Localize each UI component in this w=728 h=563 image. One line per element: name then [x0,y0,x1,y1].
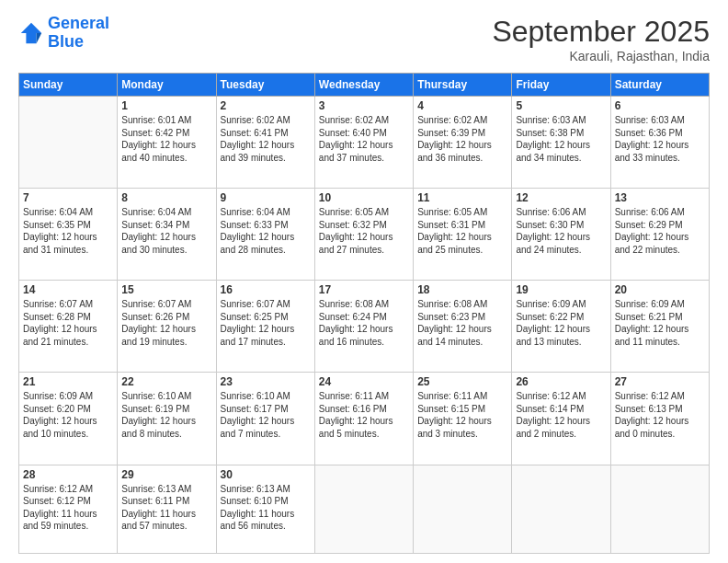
calendar-cell: 14Sunrise: 6:07 AM Sunset: 6:28 PM Dayli… [19,281,118,373]
day-info: Sunrise: 6:05 AM Sunset: 6:32 PM Dayligh… [319,206,409,256]
weekday-header-friday: Friday [512,74,610,97]
calendar-cell: 6Sunrise: 6:03 AM Sunset: 6:36 PM Daylig… [610,97,709,189]
calendar-cell: 12Sunrise: 6:06 AM Sunset: 6:30 PM Dayli… [512,189,610,281]
calendar-cell: 13Sunrise: 6:06 AM Sunset: 6:29 PM Dayli… [610,189,709,281]
day-info: Sunrise: 6:02 AM Sunset: 6:40 PM Dayligh… [319,114,409,164]
calendar-cell: 23Sunrise: 6:10 AM Sunset: 6:17 PM Dayli… [216,373,314,465]
day-number: 27 [615,375,705,388]
calendar-cell: 19Sunrise: 6:09 AM Sunset: 6:22 PM Dayli… [512,281,610,373]
calendar-week-1: 1Sunrise: 6:01 AM Sunset: 6:42 PM Daylig… [19,97,710,189]
header: General Blue September 2025 Karauli, Raj… [18,15,710,63]
logo-icon [18,20,44,46]
day-info: Sunrise: 6:05 AM Sunset: 6:31 PM Dayligh… [417,206,507,256]
calendar-cell [512,465,610,553]
day-number: 5 [516,99,606,112]
day-number: 17 [319,283,409,296]
day-number: 8 [121,191,211,204]
day-number: 15 [121,283,211,296]
calendar-cell: 24Sunrise: 6:11 AM Sunset: 6:16 PM Dayli… [314,373,413,465]
calendar-cell: 16Sunrise: 6:07 AM Sunset: 6:25 PM Dayli… [216,281,314,373]
logo: General Blue [18,15,109,52]
logo-text: General Blue [48,15,109,52]
calendar-cell: 17Sunrise: 6:08 AM Sunset: 6:24 PM Dayli… [314,281,413,373]
day-info: Sunrise: 6:09 AM Sunset: 6:22 PM Dayligh… [516,298,606,348]
day-info: Sunrise: 6:07 AM Sunset: 6:25 PM Dayligh… [221,298,311,348]
day-info: Sunrise: 6:09 AM Sunset: 6:20 PM Dayligh… [23,390,113,440]
day-info: Sunrise: 6:07 AM Sunset: 6:26 PM Dayligh… [121,298,211,348]
calendar-cell: 21Sunrise: 6:09 AM Sunset: 6:20 PM Dayli… [19,373,118,465]
day-info: Sunrise: 6:12 AM Sunset: 6:13 PM Dayligh… [615,390,705,440]
day-number: 2 [221,99,311,112]
day-info: Sunrise: 6:04 AM Sunset: 6:35 PM Dayligh… [23,206,113,256]
day-number: 30 [221,468,311,481]
day-info: Sunrise: 6:02 AM Sunset: 6:39 PM Dayligh… [417,114,507,164]
logo-blue: Blue [48,32,84,51]
calendar-week-2: 7Sunrise: 6:04 AM Sunset: 6:35 PM Daylig… [19,189,710,281]
day-number: 26 [516,375,606,388]
calendar-cell [19,97,118,189]
day-info: Sunrise: 6:03 AM Sunset: 6:38 PM Dayligh… [516,114,606,164]
calendar-cell: 4Sunrise: 6:02 AM Sunset: 6:39 PM Daylig… [414,97,512,189]
day-info: Sunrise: 6:02 AM Sunset: 6:41 PM Dayligh… [221,114,311,164]
month-title: September 2025 [492,15,710,49]
day-info: Sunrise: 6:09 AM Sunset: 6:21 PM Dayligh… [615,298,705,348]
calendar-header-row: SundayMondayTuesdayWednesdayThursdayFrid… [19,74,710,97]
day-info: Sunrise: 6:10 AM Sunset: 6:19 PM Dayligh… [121,390,211,440]
day-number: 23 [221,375,311,388]
day-number: 9 [221,191,311,204]
logo-general: General [48,14,109,32]
calendar-cell: 1Sunrise: 6:01 AM Sunset: 6:42 PM Daylig… [118,97,216,189]
day-number: 18 [417,283,507,296]
day-number: 24 [319,375,409,388]
day-number: 21 [23,375,113,388]
calendar-cell: 30Sunrise: 6:13 AM Sunset: 6:10 PM Dayli… [216,465,314,553]
calendar-cell: 27Sunrise: 6:12 AM Sunset: 6:13 PM Dayli… [610,373,709,465]
day-info: Sunrise: 6:13 AM Sunset: 6:11 PM Dayligh… [121,483,211,533]
calendar-cell: 8Sunrise: 6:04 AM Sunset: 6:34 PM Daylig… [118,189,216,281]
calendar-cell: 2Sunrise: 6:02 AM Sunset: 6:41 PM Daylig… [216,97,314,189]
calendar-cell: 26Sunrise: 6:12 AM Sunset: 6:14 PM Dayli… [512,373,610,465]
day-number: 20 [615,283,705,296]
day-info: Sunrise: 6:13 AM Sunset: 6:10 PM Dayligh… [221,483,311,533]
day-info: Sunrise: 6:08 AM Sunset: 6:24 PM Dayligh… [319,298,409,348]
weekday-header-tuesday: Tuesday [216,74,314,97]
day-number: 25 [417,375,507,388]
day-info: Sunrise: 6:07 AM Sunset: 6:28 PM Dayligh… [23,298,113,348]
calendar-cell: 22Sunrise: 6:10 AM Sunset: 6:19 PM Dayli… [118,373,216,465]
calendar-cell: 28Sunrise: 6:12 AM Sunset: 6:12 PM Dayli… [19,465,118,553]
day-info: Sunrise: 6:08 AM Sunset: 6:23 PM Dayligh… [417,298,507,348]
calendar-cell: 18Sunrise: 6:08 AM Sunset: 6:23 PM Dayli… [414,281,512,373]
weekday-header-thursday: Thursday [414,74,512,97]
calendar-cell: 7Sunrise: 6:04 AM Sunset: 6:35 PM Daylig… [19,189,118,281]
calendar-cell: 11Sunrise: 6:05 AM Sunset: 6:31 PM Dayli… [414,189,512,281]
day-info: Sunrise: 6:06 AM Sunset: 6:30 PM Dayligh… [516,206,606,256]
calendar-week-4: 21Sunrise: 6:09 AM Sunset: 6:20 PM Dayli… [19,373,710,465]
calendar-week-5: 28Sunrise: 6:12 AM Sunset: 6:12 PM Dayli… [19,465,710,553]
day-info: Sunrise: 6:12 AM Sunset: 6:14 PM Dayligh… [516,390,606,440]
weekday-header-monday: Monday [118,74,216,97]
day-info: Sunrise: 6:06 AM Sunset: 6:29 PM Dayligh… [615,206,705,256]
day-number: 14 [23,283,113,296]
calendar-cell: 25Sunrise: 6:11 AM Sunset: 6:15 PM Dayli… [414,373,512,465]
calendar-cell: 15Sunrise: 6:07 AM Sunset: 6:26 PM Dayli… [118,281,216,373]
calendar-cell: 20Sunrise: 6:09 AM Sunset: 6:21 PM Dayli… [610,281,709,373]
day-number: 10 [319,191,409,204]
weekday-header-wednesday: Wednesday [314,74,413,97]
day-number: 6 [615,99,705,112]
day-info: Sunrise: 6:12 AM Sunset: 6:12 PM Dayligh… [23,483,113,533]
calendar-cell [610,465,709,553]
calendar-cell [414,465,512,553]
calendar-cell: 10Sunrise: 6:05 AM Sunset: 6:32 PM Dayli… [314,189,413,281]
calendar-cell: 9Sunrise: 6:04 AM Sunset: 6:33 PM Daylig… [216,189,314,281]
page: General Blue September 2025 Karauli, Raj… [0,0,728,563]
location: Karauli, Rajasthan, India [492,49,710,63]
day-info: Sunrise: 6:03 AM Sunset: 6:36 PM Dayligh… [615,114,705,164]
day-number: 1 [121,99,211,112]
title-block: September 2025 Karauli, Rajasthan, India [492,15,710,63]
calendar-cell: 3Sunrise: 6:02 AM Sunset: 6:40 PM Daylig… [314,97,413,189]
day-number: 11 [417,191,507,204]
calendar-cell [314,465,413,553]
day-number: 3 [319,99,409,112]
day-info: Sunrise: 6:01 AM Sunset: 6:42 PM Dayligh… [121,114,211,164]
calendar-cell: 29Sunrise: 6:13 AM Sunset: 6:11 PM Dayli… [118,465,216,553]
